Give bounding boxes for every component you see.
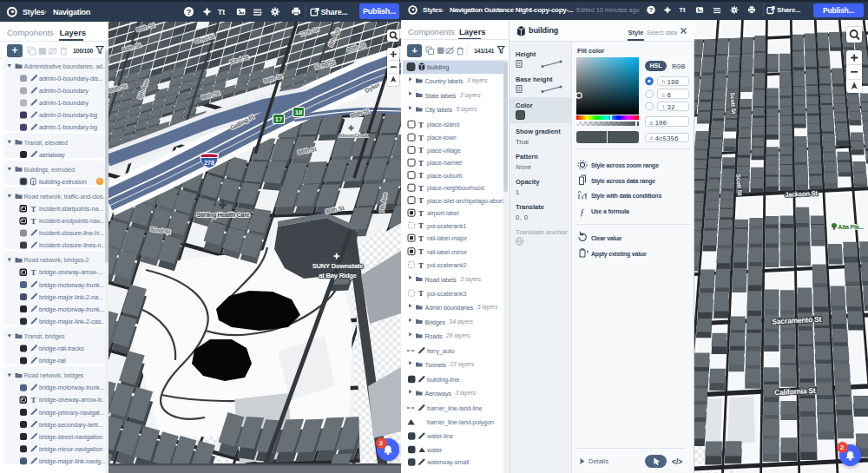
svg-text:?: ?	[187, 8, 192, 16]
svg-text:Stirling Health Care: Stirling Health Care	[197, 212, 250, 219]
svg-text:T: T	[418, 289, 424, 298]
svg-text:T: T	[418, 234, 424, 243]
svg-text:ƒ: ƒ	[580, 207, 584, 217]
svg-text:SUNY Downstate: SUNY Downstate	[312, 262, 364, 270]
svg-text:Ahron Clock: Ahron Clock	[339, 133, 368, 138]
svg-text:Alta Pla...: Alta Pla...	[838, 224, 864, 230]
svg-text:17: 17	[275, 115, 282, 123]
svg-text:T: T	[418, 247, 424, 256]
svg-text:T: T	[418, 171, 424, 180]
svg-text:T: T	[418, 221, 424, 230]
svg-text:T: T	[418, 209, 424, 218]
svg-text:T: T	[418, 261, 424, 270]
svg-text:T: T	[31, 396, 36, 404]
svg-text:T: T	[418, 134, 424, 142]
svg-text:T: T	[31, 205, 36, 214]
svg-text:at Bay Ridge: at Bay Ridge	[319, 272, 357, 279]
svg-text:T: T	[418, 159, 424, 168]
svg-text:T: T	[418, 146, 424, 154]
svg-text:18: 18	[295, 108, 302, 116]
svg-text:T: T	[418, 184, 424, 193]
svg-text:Tt: Tt	[218, 8, 226, 16]
svg-text:T: T	[31, 268, 36, 277]
svg-text:T: T	[418, 196, 424, 205]
svg-text:T: T	[418, 121, 424, 129]
svg-text:T: T	[31, 217, 36, 226]
svg-text:278: 278	[204, 160, 214, 166]
